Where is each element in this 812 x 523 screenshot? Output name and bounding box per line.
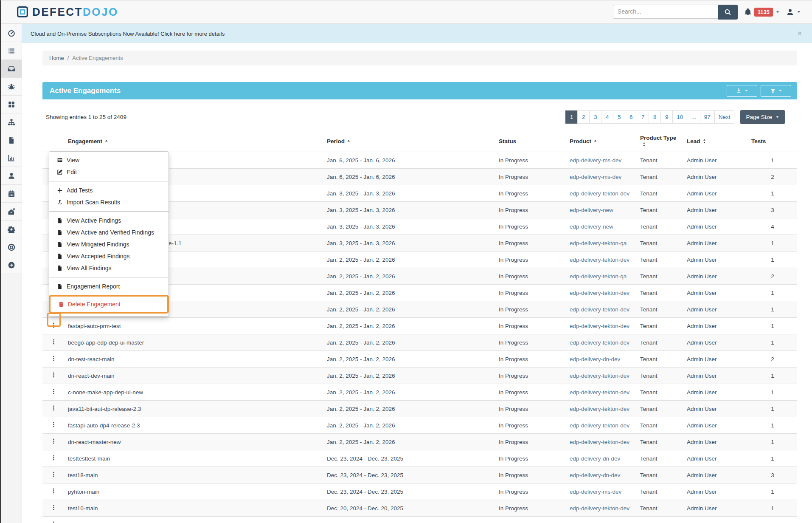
product-link[interactable]: edp-delivery-tekton-dev xyxy=(570,389,629,396)
banner-close-icon[interactable]: × xyxy=(798,29,804,38)
sidebar-item-findings[interactable] xyxy=(1,78,22,96)
notifications-menu[interactable]: 1135 xyxy=(744,8,780,17)
sidebar-item-endpoints[interactable] xyxy=(1,113,22,131)
col-header-lead[interactable]: Lead xyxy=(683,131,748,152)
cell-engagement[interactable]: testtesttest-main xyxy=(65,450,323,467)
sidebar-item-metrics[interactable] xyxy=(1,149,22,167)
cell-engagement[interactable]: beego-app-edp-dep-ui-master xyxy=(65,334,323,351)
product-link[interactable]: edp-delivery-dn-dev xyxy=(570,472,620,478)
product-link[interactable]: edp-delivery-tekton-dev xyxy=(570,505,629,512)
product-link[interactable]: edp-delivery-tekton-dev xyxy=(570,190,629,197)
col-header-status[interactable]: Status xyxy=(495,131,566,152)
product-link[interactable]: edp-delivery-tekton-qa xyxy=(570,273,627,280)
row-actions-kebab-button[interactable] xyxy=(51,504,57,511)
product-link[interactable]: edp-delivery-ms-dev xyxy=(570,157,621,164)
page-4[interactable]: 4 xyxy=(601,110,613,124)
menu-item-edit[interactable]: Edit xyxy=(49,166,169,178)
product-link[interactable]: edp-delivery-tekton-dev xyxy=(570,406,629,412)
cell-engagement[interactable]: test18-main xyxy=(65,467,323,483)
page-5[interactable]: 5 xyxy=(613,110,625,124)
menu-item-import-scan-results[interactable]: Import Scan Results xyxy=(49,196,169,208)
sidebar-item-reports[interactable] xyxy=(1,131,22,149)
menu-item-view-accepted-findings[interactable]: View Accepted Findings xyxy=(49,250,169,262)
row-actions-kebab-button[interactable] xyxy=(51,405,57,411)
cell-engagement[interactable]: fastapi-auto-prm-test xyxy=(65,318,323,334)
export-button[interactable] xyxy=(727,85,757,97)
filter-button[interactable] xyxy=(761,85,791,97)
row-actions-kebab-button[interactable] xyxy=(51,421,57,428)
product-link[interactable]: edp-delivery-tekton-dev xyxy=(570,422,629,429)
product-link[interactable]: edp-delivery-tekton-dev xyxy=(570,373,629,379)
product-link[interactable]: edp-delivery-new xyxy=(570,207,613,213)
cell-engagement[interactable]: test10-main xyxy=(65,500,323,517)
cell-engagement[interactable]: dn-react-dev-main xyxy=(65,368,323,384)
sidebar-item-calendar[interactable] xyxy=(1,185,22,203)
cell-engagement[interactable]: dn-react-master-new xyxy=(65,434,323,450)
product-link[interactable]: edp-delivery-dn-dev xyxy=(570,455,620,462)
sidebar-item-components[interactable] xyxy=(1,96,22,113)
sidebar-item-dashboard[interactable] xyxy=(1,24,22,42)
product-link[interactable]: edp-delivery-tekton-dev xyxy=(570,339,629,346)
col-header-period[interactable]: Period xyxy=(323,131,495,152)
announcement-text[interactable]: Cloud and On-Premise Subscriptions Now A… xyxy=(31,31,225,37)
page-9[interactable]: 9 xyxy=(660,110,673,124)
cell-engagement[interactable]: fastapi-auto-dp4-release-2.3 xyxy=(65,417,323,434)
page-8[interactable]: 8 xyxy=(649,110,661,124)
breadcrumb-home-link[interactable]: Home xyxy=(49,55,64,61)
sidebar-item-support[interactable] xyxy=(1,238,22,256)
menu-item-view-mitigated-findings[interactable]: View Mitigated Findings xyxy=(49,238,169,250)
col-header-tests[interactable]: Tests xyxy=(748,131,797,152)
page-97[interactable]: 97 xyxy=(700,110,715,124)
menu-item-add-tests[interactable]: Add Tests xyxy=(49,184,169,196)
row-actions-kebab-button[interactable] xyxy=(51,372,57,378)
page-6[interactable]: 6 xyxy=(625,110,637,124)
row-actions-kebab-button[interactable] xyxy=(51,471,57,478)
sidebar-item-list[interactable] xyxy=(1,42,22,60)
page-size-button[interactable]: Page Size xyxy=(740,110,785,124)
col-header-product-type[interactable]: Product Type xyxy=(637,131,683,152)
menu-item-view-active-findings[interactable]: View Active Findings xyxy=(49,215,169,226)
row-actions-kebab-button[interactable] xyxy=(51,355,57,362)
product-link[interactable]: edp-delivery-tekton-qa xyxy=(570,240,627,246)
cell-engagement[interactable]: java11-bit-aut-dp-release-2.3 xyxy=(65,401,323,417)
product-link[interactable]: edp-delivery-ms-dev xyxy=(570,174,621,180)
product-link[interactable]: edp-delivery-dn-dev xyxy=(570,356,620,362)
row-actions-kebab-button[interactable] xyxy=(51,388,57,395)
product-link[interactable]: edp-delivery-tekton-dev xyxy=(570,290,629,296)
sidebar-item-logout[interactable] xyxy=(1,256,22,274)
sidebar-item-users[interactable] xyxy=(1,167,22,185)
row-actions-kebab-button[interactable] xyxy=(51,322,57,328)
sidebar-item-engagements[interactable] xyxy=(1,60,22,78)
page-1[interactable]: 1 xyxy=(565,110,578,124)
menu-item-engagement-report[interactable]: Engagement Report xyxy=(49,280,169,292)
product-link[interactable]: edp-delivery-ms-dev xyxy=(570,522,621,523)
row-actions-kebab-button[interactable] xyxy=(51,438,57,444)
menu-item-delete-engagement[interactable]: Delete Engagement xyxy=(51,298,167,310)
search-button[interactable] xyxy=(718,5,738,20)
product-link[interactable]: edp-delivery-ms-dev xyxy=(570,489,621,495)
page-2[interactable]: 2 xyxy=(577,110,590,124)
row-actions-kebab-button[interactable] xyxy=(51,455,57,461)
page-10[interactable]: 10 xyxy=(672,110,687,124)
sidebar-item-benchmarks[interactable] xyxy=(1,203,22,221)
menu-item-view[interactable]: View xyxy=(49,154,169,166)
cell-engagement[interactable]: dn-test-react-main xyxy=(65,351,323,368)
product-link[interactable]: edp-delivery-tekton-dev xyxy=(570,257,629,263)
row-actions-kebab-button[interactable] xyxy=(51,488,57,494)
cell-engagement[interactable]: c-none-make-app-dep-ui-new xyxy=(65,384,323,401)
col-header-product[interactable]: Product xyxy=(566,131,637,152)
product-link[interactable]: edp-delivery-tekton-dev xyxy=(570,439,629,445)
cell-engagement[interactable]: pyhton-main xyxy=(65,483,323,500)
search-input[interactable] xyxy=(613,5,718,19)
product-link[interactable]: edp-delivery-tekton-dev xyxy=(570,306,629,313)
cell-engagement[interactable]: jtest-main xyxy=(65,517,323,523)
menu-item-view-all-findings[interactable]: View All Findings xyxy=(49,262,169,274)
col-header-engagement[interactable]: Engagement xyxy=(65,131,323,152)
page-next[interactable]: Next xyxy=(714,110,735,124)
defectdojo-logo[interactable]: DEFECTDOJO xyxy=(17,6,118,19)
page-7[interactable]: 7 xyxy=(637,110,649,124)
product-link[interactable]: edp-delivery-new xyxy=(570,223,613,230)
sidebar-item-configuration[interactable] xyxy=(1,221,22,238)
row-actions-kebab-button[interactable] xyxy=(51,521,57,523)
user-menu[interactable] xyxy=(786,8,801,16)
